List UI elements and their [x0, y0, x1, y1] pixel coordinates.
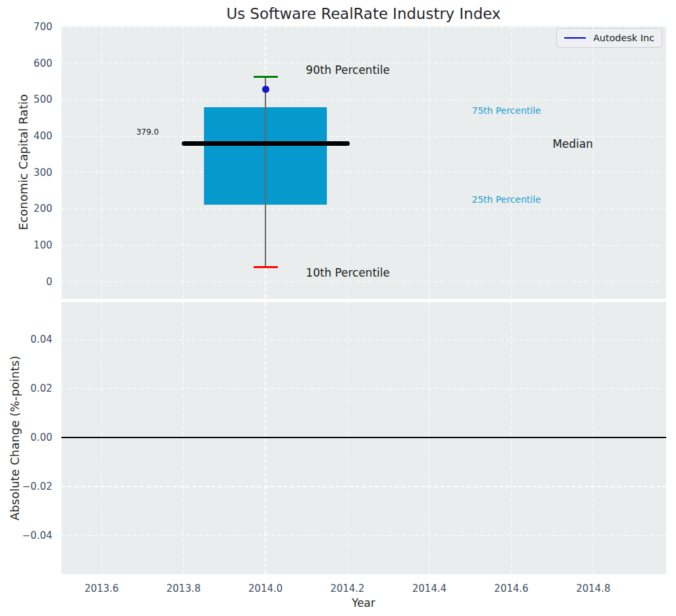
y-tick-label: 300	[7, 167, 52, 179]
legend-line-swatch	[564, 37, 586, 39]
x-tick-label: 2014.0	[248, 583, 283, 594]
gridline-vertical	[183, 26, 184, 299]
x-tick-label: 2014.8	[576, 583, 611, 594]
gridline-vertical	[593, 26, 594, 299]
gridline-horizontal	[61, 281, 666, 282]
axes-economic-capital-ratio: Autodesk Inc 90th Percentile10th Percent…	[61, 26, 666, 299]
y-tick-label: 0.04	[7, 334, 52, 345]
gridline-vertical	[511, 26, 512, 299]
y-tick-label: 400	[7, 130, 52, 142]
gridline-horizontal	[61, 27, 666, 27]
x-tick-label: 2014.4	[413, 583, 447, 594]
x-tick-label: 2014.6	[494, 583, 529, 594]
y-tick-label: 200	[7, 203, 52, 214]
x-tick-label: 2013.6	[84, 583, 119, 594]
company-data-point	[262, 86, 269, 93]
zero-change-line	[61, 437, 666, 438]
figure: Us Software RealRate Industry Index Auto…	[0, 0, 676, 616]
gridline-horizontal	[61, 99, 666, 100]
annotation-90th-percentile: 90th Percentile	[306, 63, 390, 77]
y-tick-label: 700	[7, 21, 52, 33]
y-tick-label: 600	[7, 58, 52, 69]
y-tick-label: 100	[7, 239, 52, 251]
whisker-line	[265, 77, 266, 267]
gridline-horizontal	[61, 209, 666, 209]
annotation-75th-percentile: 75th Percentile	[472, 105, 541, 116]
y-tick-label: −0.02	[7, 481, 52, 492]
chart-title: Us Software RealRate Industry Index	[226, 5, 501, 22]
legend: Autodesk Inc	[556, 28, 662, 48]
y-tick-label: 0.00	[7, 432, 52, 443]
x-axis-label: Year	[352, 596, 375, 609]
axes-absolute-change	[61, 302, 666, 574]
gridline-horizontal	[61, 486, 666, 487]
gridline-horizontal	[61, 388, 666, 389]
annotation-10th-percentile: 10th Percentile	[306, 266, 390, 279]
gridline-horizontal	[61, 172, 666, 173]
legend-label: Autodesk Inc	[593, 33, 654, 43]
y-tick-label: 500	[7, 94, 52, 105]
gridline-vertical	[429, 26, 430, 299]
gridline-vertical	[101, 26, 102, 299]
annotation-379-0: 379.0	[136, 128, 158, 137]
y-tick-label: 0	[7, 276, 52, 288]
x-tick-label: 2014.2	[330, 583, 365, 594]
x-tick-label: 2013.8	[167, 583, 201, 594]
annotation-25th-percentile: 25th Percentile	[472, 194, 541, 205]
whisker-cap-90th	[254, 76, 278, 78]
y-tick-label: 0.02	[7, 383, 52, 394]
gridline-horizontal	[61, 245, 666, 246]
gridline-horizontal	[61, 339, 666, 340]
gridline-horizontal	[61, 535, 666, 536]
annotation-median: Median	[552, 137, 593, 150]
y-tick-label: −0.04	[7, 530, 52, 541]
whisker-cap-10th	[254, 266, 278, 268]
median-line	[182, 141, 350, 146]
